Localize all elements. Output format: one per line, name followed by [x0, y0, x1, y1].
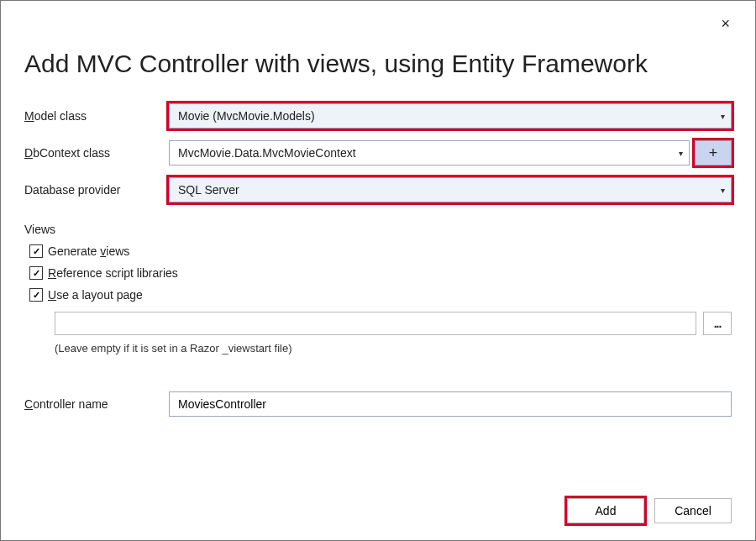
layout-hint: (Leave empty if it is set in a Razor _vi… — [55, 342, 732, 355]
dbcontext-class-combo[interactable]: ▾ — [169, 140, 690, 165]
controller-name-row: Controller name — [24, 391, 732, 417]
reference-scripts-row: Reference script libraries — [29, 266, 732, 280]
dialog-title: Add MVC Controller with views, using Ent… — [24, 50, 732, 78]
dbcontext-class-label: DbContext class — [24, 146, 169, 160]
add-button[interactable]: Add — [567, 498, 644, 523]
generate-views-checkbox[interactable] — [29, 244, 43, 258]
layout-path-input[interactable] — [55, 312, 696, 335]
layout-path-row: ... — [55, 312, 732, 335]
model-class-label: Model class — [24, 109, 169, 123]
model-class-input[interactable] — [169, 103, 732, 129]
use-layout-label: Use a layout page — [48, 288, 143, 302]
controller-name-input[interactable] — [169, 391, 732, 417]
model-class-row: Model class ▾ — [24, 103, 732, 129]
browse-layout-button[interactable]: ... — [703, 312, 732, 335]
views-section-label: Views — [24, 223, 732, 236]
database-provider-input[interactable] — [169, 177, 732, 202]
database-provider-row: Database provider ▾ — [24, 177, 732, 202]
use-layout-row: Use a layout page — [29, 288, 732, 302]
database-provider-combo[interactable]: ▾ — [169, 177, 732, 202]
add-dbcontext-button[interactable]: + — [695, 140, 732, 165]
generate-views-row: Generate views — [29, 244, 732, 258]
reference-scripts-checkbox[interactable] — [29, 266, 43, 280]
dialog-window: × Add MVC Controller with views, using E… — [0, 0, 756, 541]
generate-views-label: Generate views — [48, 244, 129, 258]
reference-scripts-label: Reference script libraries — [48, 266, 178, 280]
close-icon: × — [721, 15, 730, 32]
ellipsis-icon: ... — [714, 317, 722, 330]
model-class-combo[interactable]: ▾ — [169, 103, 732, 129]
plus-icon: + — [709, 144, 718, 162]
close-button[interactable]: × — [714, 13, 737, 34]
dialog-footer: Add Cancel — [567, 498, 732, 523]
use-layout-checkbox[interactable] — [29, 288, 43, 302]
dbcontext-class-input[interactable] — [169, 140, 690, 165]
controller-name-label: Controller name — [24, 397, 169, 411]
dbcontext-class-row: DbContext class ▾ + — [24, 140, 732, 165]
cancel-button[interactable]: Cancel — [654, 498, 732, 523]
database-provider-label: Database provider — [24, 183, 169, 197]
